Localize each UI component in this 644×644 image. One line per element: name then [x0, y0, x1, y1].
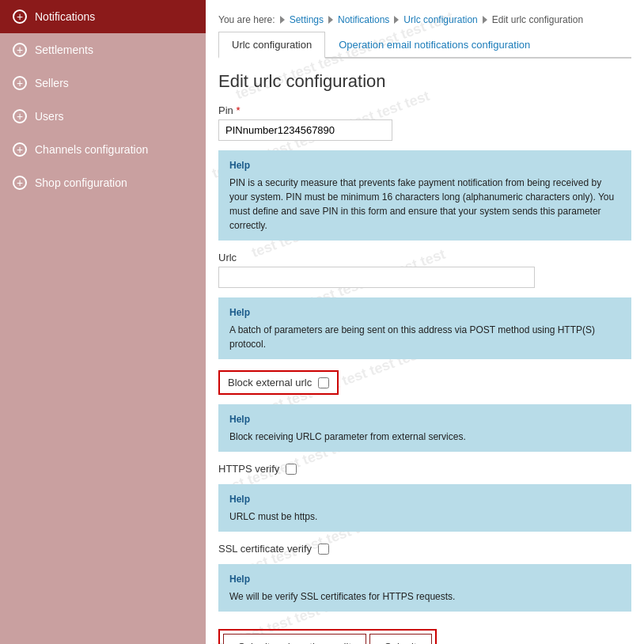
- urlc-input[interactable]: [218, 267, 535, 288]
- sidebar-item-label: Users: [35, 110, 64, 123]
- sidebar-item-channels-configuration[interactable]: Channels configuration: [0, 133, 206, 166]
- ssl-help-text: We will be verify SSL certificates for H…: [229, 589, 620, 604]
- urlc-help-box: Help A batch of parameters are being sen…: [218, 297, 631, 359]
- channels-icon: [13, 142, 27, 157]
- sidebar-item-users[interactable]: Users: [0, 100, 206, 133]
- sidebar: Notifications Settlements Sellers Users …: [0, 0, 206, 644]
- breadcrumb-notifications[interactable]: Notifications: [338, 14, 389, 25]
- page-title: Edit urlc configuration: [218, 71, 631, 92]
- breadcrumb-urlc-configuration[interactable]: Urlc configuration: [403, 14, 477, 25]
- https-verify-field: HTTPS verify: [218, 463, 631, 475]
- https-verify-help-text: URLC must be https.: [229, 510, 620, 524]
- main-content: test test test test test test test test …: [206, 0, 644, 644]
- submit-area: Submit and continue edit Submit: [218, 629, 437, 644]
- notifications-icon: [13, 9, 27, 24]
- sidebar-item-settlements[interactable]: Settlements: [0, 33, 206, 66]
- https-verify-help-title: Help: [229, 492, 620, 506]
- breadcrumb-prefix: You are here:: [218, 14, 275, 25]
- settlements-icon: [13, 43, 27, 57]
- breadcrumb-settings[interactable]: Settings: [290, 14, 324, 25]
- block-external-help-title: Help: [229, 412, 620, 426]
- block-external-help-text: Block receiving URLC parameter from exte…: [229, 430, 620, 444]
- block-external-label: Block external urlc: [228, 377, 312, 388]
- shop-icon: [13, 176, 27, 190]
- tab-operation-email[interactable]: Operation email notifications configurat…: [325, 32, 544, 59]
- content-area: You are here: Settings Notifications Url…: [206, 0, 644, 644]
- pin-help-title: Help: [229, 158, 620, 172]
- https-verify-help-box: Help URLC must be https.: [218, 484, 631, 532]
- pin-help-box: Help PIN is a security measure that prev…: [218, 150, 631, 241]
- pin-required: *: [236, 104, 240, 116]
- breadcrumb-arrow-2: [328, 16, 333, 24]
- breadcrumb-arrow-3: [394, 16, 399, 24]
- submit-continue-button[interactable]: Submit and continue edit: [223, 634, 366, 644]
- urlc-field-group: Urlc: [218, 252, 631, 288]
- ssl-help-box: Help We will be verify SSL certificates …: [218, 564, 631, 612]
- breadcrumb: You are here: Settings Notifications Url…: [218, 6, 631, 32]
- sidebar-item-label: Sellers: [35, 77, 69, 89]
- pin-help-text: PIN is a security measure that prevents …: [229, 176, 620, 233]
- https-verify-label: HTTPS verify: [218, 463, 279, 475]
- breadcrumb-arrow-4: [483, 16, 487, 24]
- ssl-help-title: Help: [229, 572, 620, 586]
- sidebar-item-sellers[interactable]: Sellers: [0, 66, 206, 100]
- urlc-help-text: A batch of parameters are being sent on …: [229, 323, 620, 351]
- breadcrumb-current: Edit urlc configuration: [492, 14, 583, 25]
- block-external-checkbox[interactable]: [318, 377, 329, 388]
- ssl-verify-checkbox[interactable]: [318, 544, 329, 555]
- users-icon: [13, 109, 27, 123]
- submit-button[interactable]: Submit: [369, 634, 431, 644]
- sidebar-item-notifications[interactable]: Notifications: [0, 0, 206, 33]
- sidebar-item-shop-configuration[interactable]: Shop configuration: [0, 166, 206, 199]
- block-external-help-box: Help Block receiving URLC parameter from…: [218, 404, 631, 452]
- pin-input[interactable]: [218, 119, 392, 141]
- https-verify-checkbox[interactable]: [286, 464, 297, 475]
- sidebar-item-label: Settlements: [35, 44, 93, 56]
- ssl-verify-field: SSL certificate verify: [218, 543, 631, 555]
- ssl-verify-label: SSL certificate verify: [218, 543, 312, 555]
- pin-label: Pin *: [218, 104, 631, 116]
- sidebar-item-label: Channels configuration: [35, 143, 148, 156]
- urlc-label: Urlc: [218, 252, 631, 263]
- tab-urlc-configuration[interactable]: Urlc configuration: [218, 32, 325, 59]
- block-external-wrapper: Block external urlc: [218, 370, 339, 395]
- tab-bar: Urlc configuration Operation email notif…: [218, 32, 631, 59]
- sidebar-item-label: Shop configuration: [35, 176, 127, 189]
- urlc-help-title: Help: [229, 305, 620, 320]
- sidebar-item-label: Notifications: [35, 10, 95, 23]
- pin-field-group: Pin *: [218, 104, 631, 141]
- sellers-icon: [13, 76, 27, 90]
- breadcrumb-arrow-1: [280, 16, 285, 24]
